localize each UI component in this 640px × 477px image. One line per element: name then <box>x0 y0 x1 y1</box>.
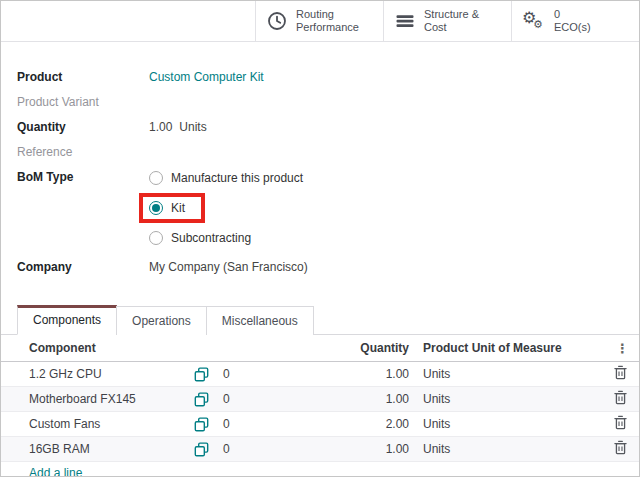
quantity-cell[interactable]: 1.00 <box>304 392 409 406</box>
related-count: 0 <box>223 442 230 456</box>
component-row[interactable]: Motherboard FX145 0 1.00 Units <box>1 387 639 412</box>
structure-cost-button[interactable]: Structure & Cost <box>383 1 511 41</box>
uom-cell[interactable]: Units <box>423 417 601 431</box>
stat-button-label: 0 ECO(s) <box>554 8 591 34</box>
quantity-uom[interactable]: Units <box>179 120 206 135</box>
delete-row-icon[interactable] <box>614 390 627 405</box>
quantity-cell[interactable]: 1.00 <box>304 442 409 456</box>
copy-icon[interactable] <box>194 417 209 432</box>
radio-manufacture[interactable]: Manufacture this product <box>149 170 303 186</box>
product-value-link[interactable]: Custom Computer Kit <box>149 70 264 85</box>
field-product: Product Custom Computer Kit <box>17 70 623 85</box>
add-a-line-link[interactable]: Add a line <box>29 466 82 477</box>
copy-icon[interactable] <box>194 442 209 457</box>
bom-form-sheet: Product Custom Computer Kit Product Vari… <box>1 42 639 285</box>
quantity-cell[interactable]: 2.00 <box>304 417 409 431</box>
field-bom-type: BoM Type Manufacture this product Kit Su… <box>17 170 623 246</box>
related-count: 0 <box>223 417 230 431</box>
stat-button-label: Routing Performance <box>296 8 359 34</box>
component-row[interactable]: 16GB RAM 0 1.00 Units <box>1 437 639 462</box>
stat-button-bar: Routing Performance Structure & Cost ⚙ ⚙ <box>1 1 639 42</box>
delete-row-icon[interactable] <box>614 415 627 430</box>
reference-label: Reference <box>17 145 149 160</box>
field-quantity: Quantity 1.00 Units <box>17 120 623 135</box>
copy-icon[interactable] <box>194 367 209 382</box>
company-value[interactable]: My Company (San Francisco) <box>149 260 308 275</box>
radio-subcontracting[interactable]: Subcontracting <box>149 230 251 246</box>
component-name-cell[interactable]: 16GB RAM <box>29 442 194 456</box>
field-product-variant: Product Variant <box>17 95 623 110</box>
structure-icon <box>395 11 415 31</box>
radio-button-icon[interactable] <box>149 171 163 185</box>
product-variant-label: Product Variant <box>17 95 149 110</box>
component-name-cell[interactable]: Motherboard FX145 <box>29 392 194 406</box>
bom-form-window: Routing Performance Structure & Cost ⚙ ⚙ <box>0 0 640 477</box>
radio-button-selected-icon[interactable] <box>149 201 163 215</box>
field-company: Company My Company (San Francisco) <box>17 260 623 275</box>
related-count: 0 <box>223 367 230 381</box>
notebook-tabs: Components Operations Miscellaneous <box>1 305 639 335</box>
radio-kit[interactable]: Kit <box>149 200 185 216</box>
component-name-cell[interactable]: Custom Fans <box>29 417 194 431</box>
tab-components[interactable]: Components <box>17 305 117 335</box>
tab-miscellaneous[interactable]: Miscellaneous <box>206 306 314 335</box>
component-name-cell[interactable]: 1.2 GHz CPU <box>29 367 194 381</box>
eco-count-button[interactable]: ⚙ ⚙ 0 ECO(s) <box>511 1 639 41</box>
clock-icon <box>267 11 287 31</box>
header-uom[interactable]: Product Unit of Measure <box>423 341 601 355</box>
delete-row-icon[interactable] <box>614 365 627 380</box>
column-options-kebab-icon[interactable]: ⋮ <box>601 341 639 356</box>
quantity-label: Quantity <box>17 120 149 135</box>
component-row[interactable]: Custom Fans 0 2.00 Units <box>1 412 639 437</box>
tab-operations[interactable]: Operations <box>116 306 207 335</box>
delete-row-icon[interactable] <box>614 440 627 455</box>
stat-button-label: Structure & Cost <box>424 8 479 34</box>
header-component[interactable]: Component <box>29 341 194 355</box>
bom-type-options: Manufacture this product Kit Subcontract… <box>149 170 303 246</box>
add-line-row: Add a line <box>1 462 639 477</box>
company-label: Company <box>17 260 149 275</box>
gears-icon: ⚙ ⚙ <box>523 10 545 32</box>
kit-highlight-box: Kit <box>139 193 205 223</box>
uom-cell[interactable]: Units <box>423 442 601 456</box>
quantity-cell[interactable]: 1.00 <box>304 367 409 381</box>
uom-cell[interactable]: Units <box>423 392 601 406</box>
radio-button-icon[interactable] <box>149 231 163 245</box>
header-quantity[interactable]: Quantity <box>304 341 409 355</box>
product-label: Product <box>17 70 149 85</box>
field-reference: Reference <box>17 145 623 160</box>
components-table-header: Component Quantity Product Unit of Measu… <box>1 335 639 362</box>
uom-cell[interactable]: Units <box>423 367 601 381</box>
bom-type-label: BoM Type <box>17 170 149 185</box>
component-row[interactable]: 1.2 GHz CPU 0 1.00 Units <box>1 362 639 387</box>
routing-performance-button[interactable]: Routing Performance <box>255 1 383 41</box>
related-count: 0 <box>223 392 230 406</box>
quantity-value[interactable]: 1.00 <box>149 120 172 135</box>
components-table: Component Quantity Product Unit of Measu… <box>1 335 639 477</box>
copy-icon[interactable] <box>194 392 209 407</box>
